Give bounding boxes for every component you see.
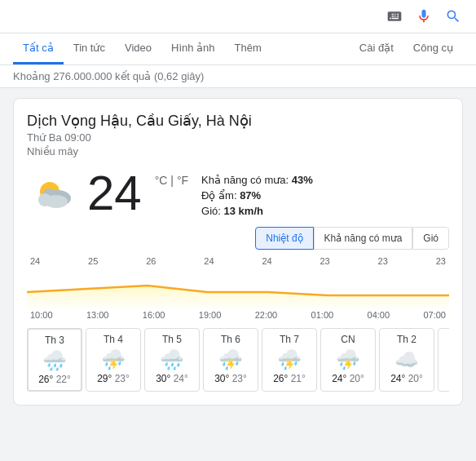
mic-icon[interactable] (414, 7, 434, 26)
wind: Gió: 13 km/h (201, 205, 449, 217)
tab-video[interactable]: Video (115, 33, 161, 64)
day-label: Th 3 (32, 335, 77, 346)
forecast-temps: 24° 20° (324, 373, 372, 384)
rain-chance: Khả năng có mưa: 43% (201, 174, 449, 186)
forecast-day-6[interactable]: Th 2 ☁️ 24° 20° (379, 328, 434, 392)
day-label: Th 3 (442, 334, 449, 345)
result-count: Khoảng 276.000.000 kết quả (0,62 giây) (0, 65, 476, 88)
temp-button[interactable]: Nhiệt độ (255, 227, 313, 250)
tab-images[interactable]: Hình ảnh (161, 33, 225, 64)
weather-condition-icon (27, 167, 79, 219)
forecast-icon: ☁️ (442, 348, 449, 371)
forecast-temps: 30° 23° (207, 373, 254, 384)
forecast-day-2[interactable]: Th 5 🌧️ 30° 24° (144, 328, 200, 392)
forecast-icon: ⛈️ (324, 348, 372, 371)
wind-button[interactable]: Gió (412, 227, 449, 250)
daily-forecast: Th 3 🌧️ 26° 22° Th 4 ⛈️ 29° 23° Th 5 🌧️ … (27, 328, 449, 392)
weather-description: Nhiều mây (27, 145, 449, 157)
day-label: Th 2 (383, 334, 430, 345)
forecast-day-1[interactable]: Th 4 ⛈️ 29° 23° (86, 328, 141, 392)
search-icon[interactable] (443, 7, 463, 26)
forecast-day-0[interactable]: Th 3 🌧️ 26° 22° (27, 328, 82, 392)
forecast-temps: 24° 19° (442, 373, 449, 384)
forecast-icon: 🌧️ (148, 348, 196, 371)
search-bar: thời tiết (0, 0, 476, 33)
forecast-day-5[interactable]: CN ⛈️ 24° 20° (320, 328, 376, 392)
tab-tools[interactable]: Công cụ (403, 33, 463, 64)
forecast-icon: ⛈️ (90, 348, 137, 371)
day-label: Th 4 (90, 334, 137, 345)
keyboard-icon[interactable] (385, 7, 404, 26)
day-label: Th 5 (148, 334, 196, 345)
chart-times: 10:00 13:00 16:00 19:00 22:00 01:00 04:0… (27, 308, 449, 320)
weather-card: Dịch Vọng Hậu, Cầu Giấy, Hà Nội Thứ Ba 0… (13, 98, 463, 406)
weather-buttons: Nhiệt độ Khả năng có mưa Gió (201, 227, 449, 250)
nav-tabs: Tất cả Tin tức Video Hình ảnh Thêm Cài đ… (0, 33, 476, 65)
forecast-day-7[interactable]: Th 3 ☁️ 24° 19° (438, 328, 449, 392)
forecast-day-3[interactable]: Th 6 ⛈️ 30° 23° (203, 328, 258, 392)
tab-settings[interactable]: Cài đặt (350, 33, 403, 64)
forecast-day-4[interactable]: Th 7 ⛈️ 26° 21° (262, 328, 317, 392)
chart-svg (27, 268, 449, 308)
tab-news[interactable]: Tin tức (64, 33, 115, 64)
day-label: Th 6 (207, 334, 254, 345)
tab-all[interactable]: Tất cả (13, 33, 64, 64)
forecast-temps: 24° 20° (383, 373, 430, 384)
forecast-temps: 29° 23° (90, 373, 137, 384)
temperature-value: 24 (87, 166, 142, 220)
forecast-temps: 26° 22° (32, 374, 77, 385)
forecast-icon: ⛈️ (266, 348, 313, 371)
weather-location: Dịch Vọng Hậu, Cầu Giấy, Hà Nội (27, 112, 449, 130)
humidity: Độ ẩm: 87% (201, 189, 449, 202)
weather-details: Khả năng có mưa: 43% Độ ẩm: 87% Gió: 13 … (201, 167, 449, 250)
forecast-icon: 🌧️ (32, 349, 77, 372)
tab-more[interactable]: Thêm (225, 33, 271, 64)
rain-button[interactable]: Khả năng có mưa (314, 227, 413, 250)
forecast-icon: ☁️ (383, 348, 430, 371)
svg-point-4 (45, 195, 68, 208)
temperature-display: 24 (87, 169, 142, 218)
forecast-temps: 30° 24° (148, 373, 196, 384)
weather-chart: 24 25 26 24 24 23 23 23 (27, 256, 449, 321)
temp-unit-toggle[interactable]: °C | °F (155, 167, 188, 187)
forecast-icon: ⛈️ (207, 348, 254, 371)
weather-main: 24 °C | °F Khả năng có mưa: 43% Độ ẩm: 8… (27, 167, 449, 250)
forecast-temps: 26° 21° (266, 373, 313, 384)
chart-numbers: 24 25 26 24 24 23 23 23 (27, 256, 449, 266)
weather-datetime: Thứ Ba 09:00 (27, 131, 449, 144)
weather-left: 24 (27, 167, 142, 219)
day-label: Th 7 (266, 334, 313, 345)
day-label: CN (324, 334, 372, 345)
search-input[interactable]: thời tiết (13, 9, 385, 24)
